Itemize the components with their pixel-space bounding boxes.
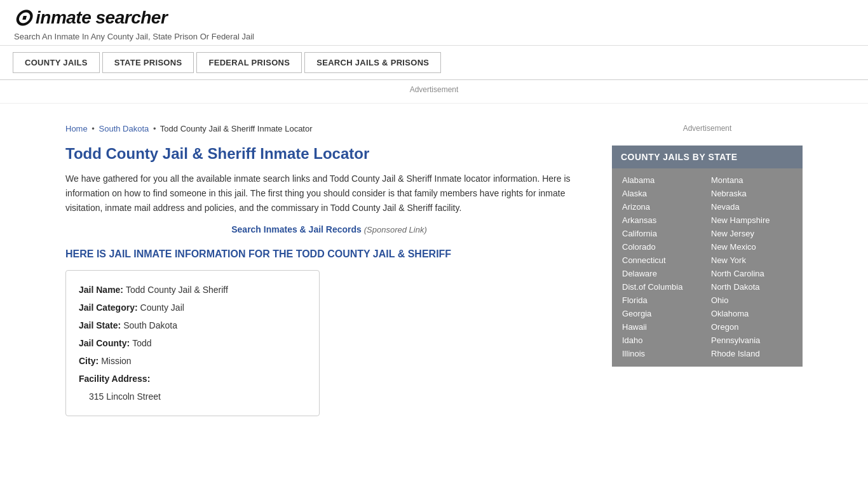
ad-label: Advertisement [410, 85, 459, 94]
tagline: Search An Inmate In Any County Jail, Sta… [13, 32, 855, 41]
jail-name-label: Jail Name: [79, 281, 123, 299]
nav-btn-county-jails[interactable]: COUNTY JAILS [13, 52, 100, 73]
jail-address-value-row: 315 Lincoln Street [79, 388, 306, 405]
jail-city-row: City: Mission [79, 352, 306, 370]
jail-category-label: Jail Category: [79, 299, 138, 316]
breadcrumb-sep1: • [92, 124, 95, 133]
sidebar-state-california[interactable]: California [618, 227, 707, 240]
breadcrumb-current: Todd County Jail & Sheriff Inmate Locato… [160, 124, 313, 133]
jail-address-row: Facility Address: [79, 370, 306, 388]
description: We have gathered for you all the availab… [65, 172, 593, 215]
sidebar-state-arizona[interactable]: Arizona [618, 200, 707, 214]
sidebar-state-delaware[interactable]: Delaware [618, 267, 707, 280]
nav-btn-search-jails[interactable]: SEARCH JAILS & PRISONS [304, 52, 441, 73]
sidebar-state-ohio[interactable]: Ohio [707, 294, 796, 307]
sidebar-state-new-hampshire[interactable]: New Hampshire [707, 214, 796, 227]
sidebar-state-north-dakota[interactable]: North Dakota [707, 280, 796, 294]
ad-banner: Advertisement [0, 80, 868, 104]
jail-category-row: Jail Category: County Jail [79, 299, 306, 316]
sidebar-state-nebraska[interactable]: Nebraska [707, 187, 796, 200]
jail-county-value: Todd [132, 334, 151, 352]
jail-address-value: 315 Lincoln Street [89, 388, 161, 405]
breadcrumb-state[interactable]: South Dakota [99, 124, 149, 133]
navbar: COUNTY JAILSSTATE PRISONSFEDERAL PRISONS… [0, 46, 868, 80]
sidebar-state-new-york[interactable]: New York [707, 254, 796, 267]
jail-state-label: Jail State: [79, 316, 121, 334]
jail-county-row: Jail County: Todd [79, 334, 306, 352]
sponsored-label: (Sponsored Link) [364, 225, 427, 234]
jail-county-label: Jail County: [79, 334, 130, 352]
sidebar-state-florida[interactable]: Florida [618, 294, 707, 307]
jail-category-value: County Jail [140, 299, 184, 316]
sidebar-state-alaska[interactable]: Alaska [618, 187, 707, 200]
sponsored-link[interactable]: Search Inmates & Jail Records [231, 224, 362, 234]
sidebar-state-idaho[interactable]: Idaho [618, 334, 707, 347]
sidebar-box-title: COUNTY JAILS BY STATE [612, 146, 803, 168]
sidebar-state-montana[interactable]: Montana [707, 173, 796, 187]
sidebar-state-colorado[interactable]: Colorado [618, 240, 707, 254]
jail-name-value: Todd County Jail & Sheriff [126, 281, 228, 299]
jail-state-value: South Dakota [123, 316, 177, 334]
logo-text: inmate searcher [36, 8, 167, 28]
breadcrumb-home[interactable]: Home [65, 124, 88, 133]
sponsored-link-area: Search Inmates & Jail Records (Sponsored… [65, 224, 593, 234]
logo-area: ⊙ inmate searcher [13, 6, 855, 29]
sidebar-state-connecticut[interactable]: Connecticut [618, 254, 707, 267]
header: ⊙ inmate searcher Search An Inmate In An… [0, 0, 868, 46]
breadcrumb: Home • South Dakota • Todd County Jail &… [65, 124, 593, 133]
jail-address-label: Facility Address: [79, 370, 150, 388]
sidebar-state-new-mexico[interactable]: New Mexico [707, 240, 796, 254]
jail-city-value: Mission [101, 352, 131, 370]
sidebar-states: AlabamaMontanaAlaskaNebraskaArizonaNevad… [612, 168, 803, 367]
content-area: Home • South Dakota • Todd County Jail &… [65, 119, 612, 416]
sidebar-ad: Advertisement [612, 119, 803, 146]
main-layout: Home • South Dakota • Todd County Jail &… [53, 112, 815, 423]
sidebar-state-north-carolina[interactable]: North Carolina [707, 267, 796, 280]
sidebar-state-new-jersey[interactable]: New Jersey [707, 227, 796, 240]
nav-btn-federal-prisons[interactable]: FEDERAL PRISONS [196, 52, 302, 73]
nav-btn-state-prisons[interactable]: STATE PRISONS [102, 52, 194, 73]
sidebar-state-rhode-island[interactable]: Rhode Island [707, 347, 796, 360]
sidebar-state-pennsylvania[interactable]: Pennsylvania [707, 334, 796, 347]
jail-state-row: Jail State: South Dakota [79, 316, 306, 334]
section-heading: HERE IS JAIL INMATE INFORMATION FOR THE … [65, 248, 593, 260]
jail-city-label: City: [79, 352, 98, 370]
sidebar-state-arkansas[interactable]: Arkansas [618, 214, 707, 227]
sidebar-box: COUNTY JAILS BY STATE AlabamaMontanaAlas… [612, 146, 803, 367]
sidebar-state-hawaii[interactable]: Hawaii [618, 320, 707, 334]
sidebar-ad-label: Advertisement [683, 124, 732, 133]
sidebar-state-alabama[interactable]: Alabama [618, 173, 707, 187]
sidebar-state-nevada[interactable]: Nevada [707, 200, 796, 214]
logo-icon: ⊙ [13, 6, 32, 29]
sidebar-state-illinois[interactable]: Illinois [618, 347, 707, 360]
sidebar-state-georgia[interactable]: Georgia [618, 307, 707, 320]
page-title: Todd County Jail & Sheriff Inmate Locato… [65, 145, 593, 163]
sidebar: Advertisement COUNTY JAILS BY STATE Alab… [612, 119, 803, 416]
sidebar-state-oklahoma[interactable]: Oklahoma [707, 307, 796, 320]
info-card: Jail Name: Todd County Jail & Sheriff Ja… [65, 270, 320, 416]
breadcrumb-sep2: • [153, 124, 156, 133]
sidebar-state-oregon[interactable]: Oregon [707, 320, 796, 334]
jail-name-row: Jail Name: Todd County Jail & Sheriff [79, 281, 306, 299]
sidebar-state-dist.of-columbia[interactable]: Dist.of Columbia [618, 280, 707, 294]
